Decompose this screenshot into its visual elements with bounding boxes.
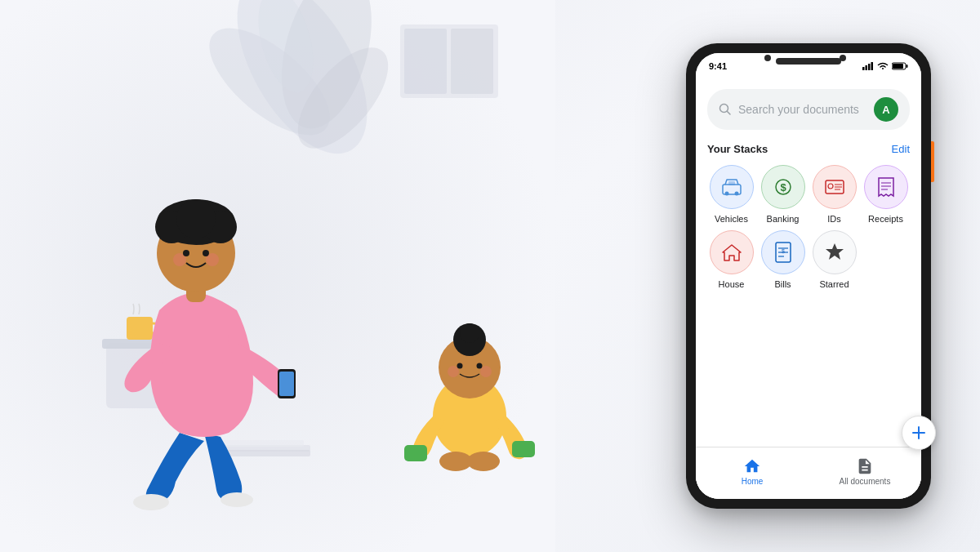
status-icons [862,62,908,70]
stack-item-vehicles[interactable]: Vehicles [707,165,755,224]
stacks-grid: Vehicles $ Banking [707,165,910,289]
stack-circle-house [710,230,754,274]
svg-rect-37 [404,445,427,461]
id-icon [824,178,845,196]
svg-rect-44 [871,62,874,70]
svg-text:$: $ [780,181,786,194]
dollar-icon: $ [773,177,793,197]
svg-rect-38 [512,441,535,457]
svg-rect-13 [216,450,310,456]
stack-item-receipts[interactable]: Receipts [862,165,910,224]
phone-side-button [931,141,934,182]
svg-point-35 [448,366,459,377]
svg-rect-28 [279,372,294,396]
svg-point-33 [457,363,463,369]
stack-circle-banking: $ [761,165,805,209]
home-nav-icon [743,457,761,475]
stack-circle-receipts [864,165,908,209]
search-bar[interactable]: Search your documents A [707,89,910,130]
fab-plus-icon [911,425,927,441]
bills-icon: $ [774,242,792,263]
phone-outer: 9:41 [686,43,931,509]
battery-icon [892,62,908,70]
stack-label-bills: Bills [774,279,791,289]
stack-circle-vehicles [710,165,754,209]
svg-text:$: $ [782,248,785,254]
svg-point-22 [176,199,216,238]
stack-label-vehicles: Vehicles [715,214,748,224]
nav-label-all-documents: All documents [840,477,891,486]
svg-rect-11 [127,317,153,340]
search-icon [719,103,732,116]
nav-item-home[interactable]: Home [696,457,808,486]
stack-circle-starred [813,230,857,274]
stack-item-banking[interactable]: $ Banking [759,165,807,224]
svg-point-34 [477,363,483,369]
svg-point-57 [828,184,833,189]
svg-point-25 [183,250,189,256]
svg-point-52 [734,192,738,196]
stack-item-house[interactable]: House [707,230,755,289]
svg-point-15 [133,494,169,510]
svg-rect-53 [728,181,735,185]
stack-label-ids: IDs [827,214,841,224]
house-icon [721,243,742,262]
star-icon [824,242,845,263]
signal-icon [862,62,874,70]
stack-item-ids[interactable]: IDs [810,165,858,224]
search-placeholder: Search your documents [738,103,867,116]
svg-line-49 [728,112,731,115]
app-main: Search your documents A Your Stacks Edit [696,79,921,447]
camera-dot-right [840,55,846,61]
svg-point-51 [724,192,728,196]
svg-point-36 [480,366,492,377]
svg-rect-41 [862,67,865,70]
user-avatar[interactable]: A [874,97,898,122]
svg-rect-46 [906,65,908,68]
svg-marker-69 [826,243,844,260]
svg-rect-43 [868,64,871,70]
status-bar: 9:41 [696,53,921,79]
svg-rect-14 [222,440,304,447]
bottom-nav: Home All documents [696,447,921,499]
phone-screen: 9:41 [696,53,921,499]
nav-item-all-documents[interactable]: All documents [808,457,921,486]
stack-circle-ids [813,165,857,209]
receipt-icon [877,176,895,198]
stack-label-house: House [719,279,745,289]
stack-label-receipts: Receipts [868,214,903,224]
stacks-edit-button[interactable]: Edit [892,143,910,155]
camera-dot-left [764,55,771,61]
svg-rect-8 [451,29,493,94]
nav-label-home: Home [742,477,764,486]
documents-nav-icon [856,457,874,475]
svg-rect-47 [893,64,903,69]
car-icon [721,178,742,196]
stack-item-starred[interactable]: Starred [810,230,858,289]
illustration-scene [0,0,555,552]
camera-bar [776,58,841,65]
svg-point-16 [220,492,253,507]
svg-rect-7 [404,29,447,94]
svg-rect-42 [866,65,868,70]
svg-point-40 [467,452,500,471]
status-time: 9:41 [709,61,727,71]
phone-mockup: 9:41 [686,43,931,509]
svg-point-26 [203,250,209,256]
fab-button[interactable] [902,416,936,450]
stack-label-banking: Banking [767,214,800,224]
stacks-title: Your Stacks [707,143,768,155]
stack-circle-bills: $ [761,230,805,274]
stack-label-starred: Starred [819,279,849,289]
app-content: Search your documents A Your Stacks Edit [696,79,921,499]
stack-item-bills[interactable]: $ Bills [759,230,807,289]
stacks-header: Your Stacks Edit [707,143,910,155]
svg-point-32 [460,323,479,343]
wifi-icon [877,62,889,70]
